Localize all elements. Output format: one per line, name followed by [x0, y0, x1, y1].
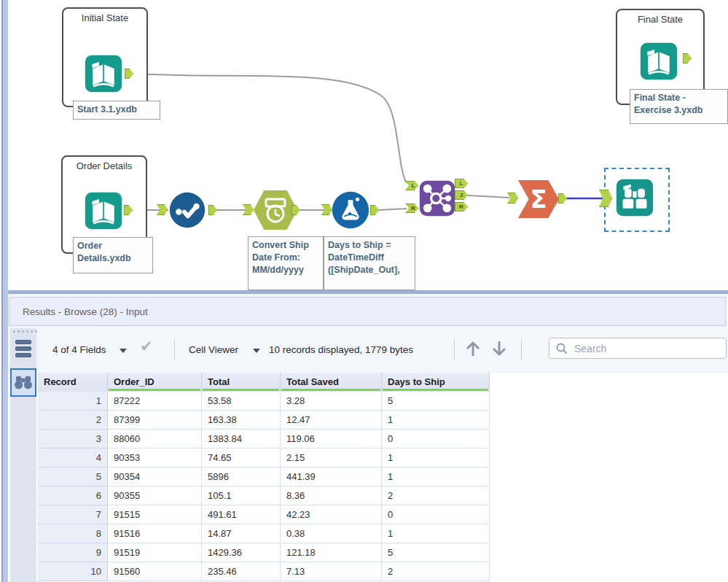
input-anchor[interactable] [243, 204, 254, 215]
input-data-tool-initial[interactable] [85, 55, 122, 96]
input-data-tool-final[interactable] [640, 42, 678, 83]
join-input-anchor-right[interactable]: R [405, 203, 418, 213]
table-cell[interactable]: 2.15 [281, 449, 382, 467]
column-header-total[interactable]: Total [202, 373, 281, 392]
search-field[interactable] [549, 338, 727, 359]
table-cell[interactable]: 2 [382, 486, 490, 505]
table-cell[interactable]: 53.58 [202, 392, 281, 411]
table-cell[interactable]: 87222 [108, 392, 202, 411]
row-number-cell: 1 [38, 392, 108, 411]
table-cell[interactable]: 3.28 [281, 392, 382, 411]
scroll-down-button[interactable] [490, 338, 508, 359]
table-cell[interactable]: 119.06 [281, 430, 382, 449]
chevron-down-icon[interactable] [253, 349, 260, 353]
table-row[interactable]: 89151614.870.381 [38, 524, 490, 543]
input-data-tool-order[interactable] [85, 192, 122, 233]
table-cell[interactable]: 5 [382, 392, 490, 411]
table-cell[interactable]: 1 [382, 467, 490, 486]
table-cell[interactable]: 1 [382, 524, 490, 543]
table-cell[interactable]: 0 [382, 430, 490, 449]
annotation-order[interactable]: Order Details.yxdb [73, 237, 153, 273]
output-anchor[interactable] [208, 205, 217, 215]
select-tool[interactable] [169, 192, 206, 231]
table-cell[interactable]: 1 [382, 449, 490, 467]
table-cell[interactable]: 42.23 [281, 505, 382, 524]
output-anchor[interactable] [370, 205, 379, 215]
table-cell[interactable]: 91560 [108, 562, 202, 581]
join-output-anchor-right[interactable]: R [455, 202, 468, 212]
input-anchor[interactable] [507, 193, 518, 203]
table-row[interactable]: 3880601383.84119.060 [38, 430, 490, 449]
chevron-down-icon[interactable] [120, 349, 127, 353]
table-cell[interactable]: 1 [382, 411, 490, 430]
input-anchor[interactable] [157, 204, 168, 215]
fields-dropdown[interactable]: 4 of 4 Fields [52, 344, 106, 355]
table-cell[interactable]: 0.38 [281, 524, 382, 543]
annotation-initial[interactable]: Start 3.1.yxdb [73, 101, 160, 120]
table-cell[interactable]: 74.65 [202, 449, 281, 467]
scroll-up-button[interactable] [464, 338, 482, 359]
table-cell[interactable]: 88060 [108, 430, 202, 449]
annotation-datetime[interactable]: Convert Ship Date From: MM/dd/yyyy [248, 236, 324, 290]
table-cell[interactable]: 90353 [108, 449, 202, 467]
drag-grip[interactable] [13, 330, 37, 333]
output-anchor[interactable] [558, 193, 567, 203]
input-anchor[interactable] [321, 204, 332, 215]
table-cell[interactable]: 14.87 [202, 524, 281, 543]
join-output-anchor-join[interactable]: J [455, 190, 468, 200]
join-tool[interactable] [419, 179, 455, 220]
table-row[interactable]: 18722253.583.285 [38, 392, 490, 411]
table-cell[interactable]: 12.47 [281, 411, 382, 430]
join-input-anchor-left[interactable]: L [405, 181, 418, 190]
table-row[interactable]: 5903545896441.391 [38, 467, 490, 486]
column-header-total-saved[interactable]: Total Saved [281, 373, 382, 392]
browse-anchor-button[interactable] [10, 368, 36, 397]
table-cell[interactable]: 163.38 [202, 411, 281, 430]
table-body: 18722253.583.285287399163.3812.471388060… [38, 392, 490, 581]
table-cell[interactable]: 1429.36 [202, 543, 281, 562]
table-cell[interactable]: 90354 [108, 467, 202, 486]
table-cell[interactable]: 8.36 [281, 486, 382, 505]
workflow-canvas[interactable]: Initial State Order Details Final State [8, 0, 728, 290]
summarize-tool[interactable]: Σ [518, 180, 559, 218]
toolbar-separator [521, 339, 522, 360]
column-header-days-to-ship[interactable]: Days to Ship [382, 373, 490, 392]
table-cell[interactable]: 121.18 [281, 543, 382, 562]
formula-tool[interactable] [332, 191, 369, 232]
table-cell[interactable]: 91516 [108, 524, 202, 543]
cell-viewer-dropdown[interactable]: Cell Viewer [189, 344, 238, 355]
select-icon [169, 192, 206, 228]
annotation-final[interactable]: Final State - Exercise 3.yxdb [630, 89, 728, 124]
table-cell[interactable]: 105.1 [202, 486, 281, 505]
table-row[interactable]: 690355105.18.362 [38, 486, 490, 505]
table-row[interactable]: 287399163.3812.471 [38, 411, 490, 430]
table-cell[interactable]: 491.61 [202, 505, 281, 524]
table-cell[interactable]: 91515 [108, 505, 202, 524]
row-number-cell: 4 [38, 449, 108, 467]
table-cell[interactable]: 5896 [202, 467, 281, 486]
table-cell[interactable]: 91519 [108, 543, 202, 562]
table-row[interactable]: 1091560235.467.132 [38, 562, 490, 581]
row-number-cell: 7 [38, 505, 108, 524]
table-cell[interactable]: 7.13 [281, 562, 382, 581]
annotation-formula[interactable]: Days to Ship = DateTimeDiff ([ShipDate_O… [324, 236, 415, 290]
table-cell[interactable]: 2 [382, 562, 490, 581]
table-cell[interactable]: 1383.84 [202, 430, 281, 449]
table-cell[interactable]: 90355 [108, 486, 202, 505]
table-cell[interactable]: 0 [382, 505, 490, 524]
table-cell[interactable]: 87399 [108, 411, 202, 430]
search-input[interactable] [573, 342, 726, 355]
table-row[interactable]: 9915191429.36121.185 [38, 543, 490, 562]
table-cell[interactable]: 441.39 [281, 467, 382, 486]
join-output-anchor-left[interactable]: L [455, 179, 468, 188]
table-row[interactable]: 49035374.652.151 [38, 449, 490, 467]
table-cell[interactable]: 235.46 [202, 562, 281, 581]
browse-tool[interactable] [616, 179, 654, 220]
apply-check-icon[interactable]: ✔ [140, 338, 153, 355]
output-anchor[interactable] [291, 205, 300, 215]
column-header-order-id[interactable]: Order_ID [108, 373, 202, 392]
table-cell[interactable]: 5 [382, 543, 490, 562]
table-view-icon[interactable] [15, 340, 31, 360]
column-header-record[interactable]: Record [38, 373, 108, 392]
table-row[interactable]: 791515491.6142.230 [38, 505, 490, 524]
